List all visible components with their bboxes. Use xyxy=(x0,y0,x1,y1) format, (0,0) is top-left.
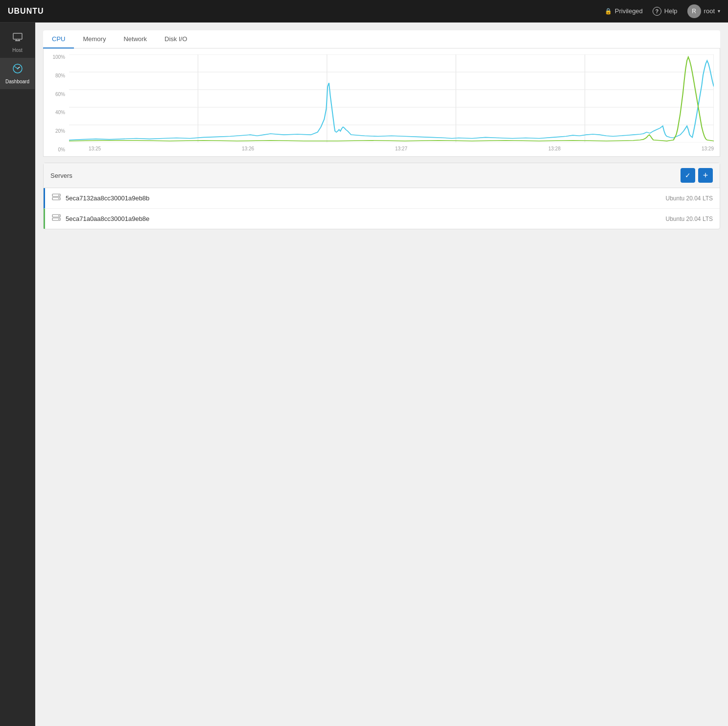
plus-icon: + xyxy=(703,170,708,181)
y-label-60: 60% xyxy=(49,92,67,97)
svg-point-23 xyxy=(58,216,59,217)
server-icon xyxy=(52,193,61,203)
privileged-item[interactable]: 🔒 Privileged xyxy=(605,7,643,15)
sidebar-item-label-dashboard: Dashboard xyxy=(5,79,29,84)
dashboard-icon xyxy=(12,63,23,77)
main-content: CPU Memory Network Disk I/O 100% 80% 60%… xyxy=(35,23,728,726)
server-row[interactable]: 5eca71a0aa8cc30001a9eb8e Ubuntu 20.04 LT… xyxy=(44,209,720,229)
help-label: Help xyxy=(664,7,678,15)
x-label-1326: 13:26 xyxy=(242,146,254,151)
svg-point-24 xyxy=(58,219,59,220)
server-icon xyxy=(52,214,61,224)
chart-svg-area: 13:25 13:26 13:27 13:28 13:29 xyxy=(69,54,714,143)
user-menu[interactable]: R root ▾ xyxy=(687,4,720,18)
servers-header: Servers ✓ + xyxy=(44,163,720,188)
add-button[interactable]: + xyxy=(698,168,713,183)
server-os: Ubuntu 20.04 LTS xyxy=(665,216,713,222)
server-row[interactable]: 5eca7132aa8cc30001a9eb8b Ubuntu 20.04 LT… xyxy=(44,188,720,209)
sidebar-item-dashboard[interactable]: Dashboard xyxy=(0,58,35,89)
tab-diskio[interactable]: Disk I/O xyxy=(156,30,196,48)
sidebar-item-label-host: Host xyxy=(12,48,23,53)
y-label-80: 80% xyxy=(49,73,67,78)
sidebar-item-host[interactable]: Host xyxy=(0,26,35,58)
help-item[interactable]: ? Help xyxy=(653,7,678,16)
user-initial: R xyxy=(692,8,696,15)
lock-icon: 🔒 xyxy=(605,8,612,15)
x-axis: 13:25 13:26 13:27 13:28 13:29 xyxy=(89,146,714,151)
y-label-20: 20% xyxy=(49,128,67,134)
svg-point-19 xyxy=(58,195,59,196)
servers-panel: Servers ✓ + xyxy=(43,163,720,229)
host-icon xyxy=(12,31,23,46)
x-label-1328: 13:28 xyxy=(548,146,561,151)
tab-cpu[interactable]: CPU xyxy=(43,30,74,48)
user-label: root xyxy=(704,7,715,15)
server-name: 5eca7132aa8cc30001a9eb8b xyxy=(66,194,665,202)
tab-memory[interactable]: Memory xyxy=(74,30,115,48)
svg-rect-1 xyxy=(15,40,20,41)
y-axis: 100% 80% 60% 40% 20% 0% xyxy=(49,54,67,152)
svg-point-20 xyxy=(58,198,59,199)
y-label-100: 100% xyxy=(49,54,67,60)
tabs: CPU Memory Network Disk I/O xyxy=(43,30,720,48)
privileged-label: Privileged xyxy=(615,7,643,15)
servers-title: Servers xyxy=(50,172,72,179)
servers-actions: ✓ + xyxy=(681,168,713,183)
chart-container: 100% 80% 60% 40% 20% 0% xyxy=(43,48,720,157)
checkmark-icon: ✓ xyxy=(685,171,691,179)
brand-title: UBUNTU xyxy=(8,7,44,16)
x-label-1329: 13:29 xyxy=(702,146,714,151)
layout: Host Dashboard CPU Memory xyxy=(0,23,728,726)
server-os: Ubuntu 20.04 LTS xyxy=(665,195,713,202)
x-label-1327: 13:27 xyxy=(395,146,407,151)
x-label-1325: 13:25 xyxy=(89,146,101,151)
chart-area: 100% 80% 60% 40% 20% 0% xyxy=(49,54,714,152)
navbar: UBUNTU 🔒 Privileged ? Help R root ▾ xyxy=(0,0,728,23)
avatar: R xyxy=(687,4,701,18)
svg-point-5 xyxy=(17,68,18,70)
sidebar: Host Dashboard xyxy=(0,23,35,726)
check-button[interactable]: ✓ xyxy=(681,168,695,183)
svg-rect-0 xyxy=(13,33,22,39)
tab-network[interactable]: Network xyxy=(115,30,156,48)
y-label-40: 40% xyxy=(49,110,67,115)
chevron-down-icon: ▾ xyxy=(718,8,720,14)
help-icon: ? xyxy=(653,7,661,16)
server-name: 5eca71a0aa8cc30001a9eb8e xyxy=(66,215,665,222)
cpu-chart-svg xyxy=(69,54,714,143)
y-label-0: 0% xyxy=(49,147,67,152)
navbar-right: 🔒 Privileged ? Help R root ▾ xyxy=(605,4,720,18)
